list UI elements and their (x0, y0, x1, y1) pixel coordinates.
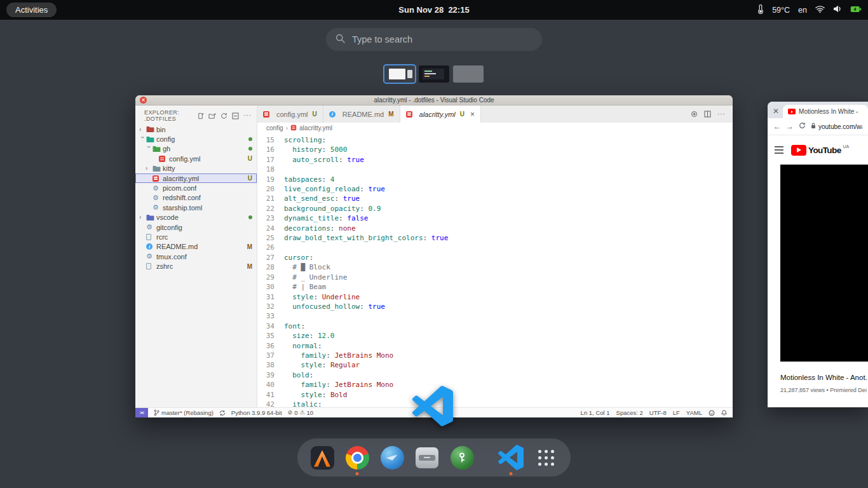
code-line[interactable]: 18 (257, 165, 733, 174)
tree-item-zshrc[interactable]: zshrcM (135, 261, 257, 271)
keepassxc-icon[interactable] (449, 444, 475, 471)
alacritty-icon[interactable] (309, 444, 336, 471)
code-line[interactable]: 42 italic: (257, 400, 733, 407)
code-line[interactable]: 28 # █ Block (257, 262, 733, 272)
breadcrumb[interactable]: config › alacritty.yml (257, 123, 733, 133)
feedback-smiley-icon[interactable] (709, 410, 715, 416)
refresh-icon[interactable] (220, 112, 227, 119)
notifications-bell-icon[interactable] (721, 410, 727, 416)
close-icon[interactable]: × (470, 111, 475, 118)
chrome-active-tab[interactable]: Motionless In White - (783, 105, 868, 118)
cursor-position-status[interactable]: Ln 1, Col 1 (581, 409, 610, 416)
keyboard-layout-indicator[interactable]: en (798, 6, 807, 15)
git-branch-status[interactable]: master* (Rebasing) (154, 409, 214, 416)
code-area[interactable]: 15scrolling:16 history: 500017 auto_scro… (257, 133, 733, 407)
activities-button[interactable]: Activities (6, 3, 57, 17)
code-line[interactable]: 25draw_bold_text_with_bright_colors: tru… (257, 233, 733, 243)
tree-item-vscode[interactable]: ›vscode (135, 213, 257, 222)
workspace-thumbnail-1[interactable] (384, 65, 415, 83)
workspace-thumbnail-2[interactable] (419, 65, 449, 83)
files-app-icon[interactable] (414, 444, 440, 471)
code-line[interactable]: 33 (257, 311, 733, 321)
code-line[interactable]: 38 style: Regular (257, 360, 733, 370)
back-icon[interactable]: ← (773, 122, 781, 131)
clock[interactable]: Sun Nov 28 22:15 (398, 5, 469, 15)
code-line[interactable]: 16 history: 5000 (257, 145, 733, 154)
tab-close-icon[interactable]: ✕ (771, 107, 783, 118)
code-line[interactable]: 41 style: Bold (257, 390, 733, 400)
remote-indicator[interactable]: >< (135, 408, 148, 417)
editor-more-actions-icon[interactable]: ··· (717, 112, 726, 116)
code-line[interactable]: 22background_opacity: 0.9 (257, 204, 733, 214)
collapse-folders-icon[interactable] (232, 112, 239, 119)
split-editor-icon[interactable] (704, 109, 711, 120)
address-bar[interactable]: youtube.com/wa... (811, 123, 862, 130)
sync-icon[interactable] (219, 410, 226, 416)
code-line[interactable]: 15scrolling: (257, 135, 733, 145)
chrome-icon[interactable] (344, 444, 370, 471)
encoding-status[interactable]: UTF-8 (649, 409, 667, 416)
menu-hamburger-icon[interactable] (775, 146, 783, 153)
search-bar[interactable]: Type to search (326, 28, 542, 51)
tree-item-gh[interactable]: ›gh (135, 144, 257, 154)
eol-status[interactable]: LF (673, 409, 680, 416)
code-line[interactable]: 35 size: 12.0 (257, 331, 733, 341)
code-line[interactable]: 20live_config_reload: true (257, 184, 733, 194)
code-line[interactable]: 26 (257, 243, 733, 252)
code-line[interactable]: 30 # | Beam (257, 282, 733, 292)
indentation-status[interactable]: Spaces: 2 (616, 409, 643, 416)
tree-item-redshift.conf[interactable]: ⚙redshift.conf (135, 193, 257, 203)
show-applications-icon[interactable] (532, 444, 559, 471)
wifi-icon[interactable] (815, 5, 825, 15)
code-line[interactable]: 39 bold: (257, 370, 733, 380)
tab-alacritty.yml[interactable]: alacritty.ymlU× (400, 105, 482, 123)
code-line[interactable]: 19tabspaces: 4 (257, 175, 733, 184)
code-line[interactable]: 37 family: JetBrains Mono (257, 351, 733, 360)
forward-icon[interactable]: → (786, 122, 794, 131)
vscode-titlebar[interactable]: ✕ alacritty.yml - .dotfiles - Visual Stu… (135, 95, 733, 105)
breadcrumb-folder[interactable]: config (266, 125, 283, 132)
new-folder-icon[interactable] (208, 112, 216, 119)
code-line[interactable]: 17 auto_scroll: true (257, 155, 733, 165)
problems-status[interactable]: ⊘ 0 ⚠ 10 (288, 409, 314, 416)
code-line[interactable]: 23dynamic_title: false (257, 214, 733, 223)
open-changes-icon[interactable] (691, 109, 698, 120)
window-close-button[interactable]: ✕ (140, 97, 147, 104)
code-line[interactable]: 24decorations: none (257, 224, 733, 233)
vscode-icon[interactable] (498, 444, 524, 471)
python-interpreter-status[interactable]: Python 3.9.9 64-bit (231, 409, 282, 416)
code-line[interactable]: 34font: (257, 322, 733, 331)
video-player[interactable] (780, 165, 868, 362)
tree-item-alacritty.yml[interactable]: alacritty.ymlU (135, 173, 257, 183)
tree-item-starship.toml[interactable]: ⚙starship.toml (135, 203, 257, 212)
code-line[interactable]: 21alt_send_esc: true (257, 194, 733, 203)
tab-README.md[interactable]: iREADME.mdM (323, 105, 400, 123)
tree-item-kitty[interactable]: ›kitty (135, 164, 257, 173)
tree-item-picom.conf[interactable]: ⚙picom.conf (135, 183, 257, 193)
tree-item-gitconfig[interactable]: ⚙gitconfig (135, 222, 257, 232)
tree-item-bin[interactable]: ›bin (135, 125, 257, 134)
reload-icon[interactable] (799, 122, 806, 131)
tree-item-config.yml[interactable]: config.ymlU (135, 154, 257, 163)
tree-item-rcrc[interactable]: rcrc (135, 232, 257, 241)
code-line[interactable]: 31 style: Underline (257, 292, 733, 302)
more-actions-icon[interactable]: ··· (243, 114, 252, 118)
code-line[interactable]: 40 family: JetBrains Mono (257, 380, 733, 390)
code-line[interactable]: 32 unfocused_hollow: true (257, 302, 733, 311)
chrome-window[interactable]: ✕ Motionless In White - ← → youtube.com/… (768, 102, 868, 407)
tree-item-config[interactable]: ›config (135, 134, 257, 144)
code-line[interactable]: 27cursor: (257, 253, 733, 262)
vscode-window[interactable]: ✕ alacritty.yml - .dotfiles - Visual Stu… (135, 95, 733, 417)
code-line[interactable]: 29 # _ Underline (257, 273, 733, 282)
battery-charging-icon[interactable] (850, 6, 862, 15)
breadcrumb-file[interactable]: alacritty.yml (299, 125, 332, 132)
tree-item-tmux.conf[interactable]: ⚙tmux.conf (135, 252, 257, 261)
code-line[interactable]: 36 normal: (257, 341, 733, 351)
youtube-logo[interactable]: YouTube UA (791, 145, 849, 156)
new-file-icon[interactable] (197, 112, 204, 119)
tab-config.yml[interactable]: config.ymlU (257, 105, 323, 123)
workspace-thumbnail-3[interactable] (453, 65, 484, 83)
language-mode-status[interactable]: YAML (686, 409, 702, 416)
volume-icon[interactable] (833, 5, 842, 15)
blue-round-app-icon[interactable] (379, 444, 405, 471)
